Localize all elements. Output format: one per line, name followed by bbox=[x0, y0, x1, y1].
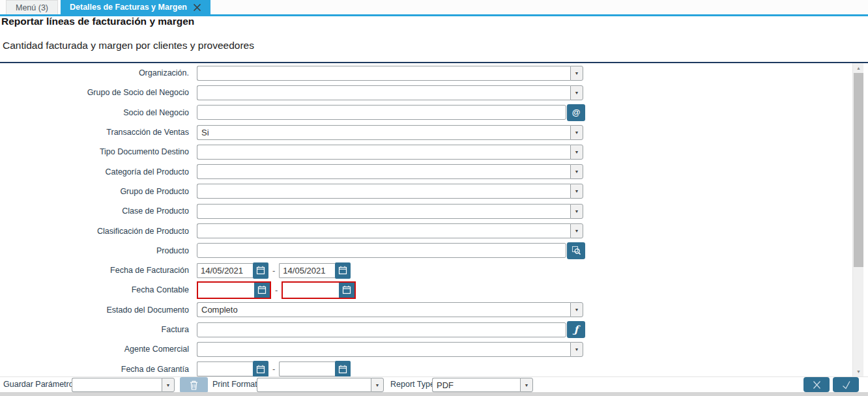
estado-documento-input[interactable] bbox=[197, 302, 570, 317]
print-format-input[interactable] bbox=[257, 378, 371, 392]
business-partner-search-button[interactable]: @ bbox=[567, 104, 585, 121]
transaccion-ventas-input[interactable] bbox=[197, 125, 570, 140]
report-type-label: Report Type bbox=[390, 380, 435, 389]
chevron-down-icon[interactable]: ▼ bbox=[570, 184, 583, 199]
chevron-down-icon[interactable]: ▼ bbox=[570, 164, 583, 179]
date-range-separator: - bbox=[272, 266, 275, 276]
grupo-socio-combo[interactable]: ▼ bbox=[197, 85, 583, 100]
field-label: Organización. bbox=[0, 68, 189, 78]
trash-icon bbox=[189, 380, 199, 391]
tab-detalles-facturas[interactable]: Detalles de Facturas y Margen bbox=[61, 0, 210, 14]
print-format-combo[interactable]: ▼ bbox=[257, 378, 384, 392]
cancel-button[interactable] bbox=[803, 377, 830, 392]
calendar-button[interactable] bbox=[335, 361, 351, 376]
tipo-documento-combo[interactable]: ▼ bbox=[197, 145, 583, 160]
row-grupo-producto: Grupo de Producto ▼ bbox=[0, 182, 847, 201]
row-fecha-facturacion: Fecha de Facturación - bbox=[0, 261, 847, 280]
save-parameter-combo[interactable]: ▼ bbox=[72, 378, 175, 392]
calendar-icon bbox=[257, 285, 267, 294]
chevron-down-icon[interactable]: ▼ bbox=[570, 66, 583, 81]
categoria-producto-combo[interactable]: ▼ bbox=[197, 164, 583, 179]
clase-producto-combo[interactable]: ▼ bbox=[197, 204, 583, 219]
save-parameter-label: Guardar Parámetro bbox=[3, 380, 74, 389]
agente-comercial-input[interactable] bbox=[197, 342, 570, 357]
parameter-form: Organización. ▼ Grupo de Socio del Negoc… bbox=[0, 63, 847, 376]
vertical-scrollbar[interactable]: ▲ ▼ bbox=[852, 63, 863, 376]
cancel-x-icon bbox=[811, 380, 822, 390]
calendar-icon bbox=[256, 266, 265, 275]
calendar-button[interactable] bbox=[335, 262, 351, 279]
fecha-contable-hasta-input[interactable] bbox=[283, 283, 339, 298]
grupo-socio-input[interactable] bbox=[197, 85, 570, 100]
close-tab-icon[interactable] bbox=[193, 3, 201, 12]
fecha-facturacion-desde-input[interactable] bbox=[197, 263, 253, 278]
row-estado-documento: Estado del Documento ▼ bbox=[0, 300, 847, 320]
organizacion-combo[interactable]: ▼ bbox=[197, 66, 583, 81]
chevron-down-icon[interactable]: ▼ bbox=[570, 342, 583, 357]
categoria-producto-input[interactable] bbox=[197, 164, 570, 179]
calendar-button[interactable] bbox=[253, 361, 268, 376]
chevron-down-icon[interactable]: ▼ bbox=[520, 378, 533, 392]
chevron-down-icon[interactable]: ▼ bbox=[570, 302, 583, 317]
invoice-search-button[interactable]: ƒ bbox=[567, 321, 585, 338]
business-partner-icon: @ bbox=[572, 107, 581, 117]
field-label: Producto bbox=[0, 246, 189, 255]
calendar-icon bbox=[256, 365, 265, 374]
chevron-down-icon[interactable]: ▼ bbox=[570, 125, 583, 140]
calendar-button[interactable] bbox=[253, 262, 268, 279]
product-search-button[interactable] bbox=[567, 242, 585, 259]
field-label: Categoría del Producto bbox=[0, 167, 189, 177]
chevron-down-icon[interactable]: ▼ bbox=[570, 204, 583, 219]
row-organizacion: Organización. ▼ bbox=[0, 63, 847, 83]
delete-parameter-button[interactable] bbox=[180, 377, 208, 393]
window-bottom-strip bbox=[0, 392, 868, 396]
chevron-down-icon[interactable]: ▼ bbox=[570, 145, 583, 160]
clasificacion-producto-input[interactable] bbox=[197, 223, 570, 238]
producto-input[interactable] bbox=[197, 243, 566, 258]
chevron-down-icon[interactable]: ▼ bbox=[162, 378, 175, 392]
clase-producto-input[interactable] bbox=[197, 204, 570, 219]
agente-comercial-combo[interactable]: ▼ bbox=[197, 342, 583, 357]
fecha-garantia-hasta bbox=[279, 361, 351, 376]
fecha-garantia-desde-input[interactable] bbox=[197, 361, 253, 376]
row-transaccion-ventas: Transacción de Ventas ▼ bbox=[0, 122, 847, 142]
estado-documento-combo[interactable]: ▼ bbox=[197, 302, 583, 317]
field-label: Fecha de Facturación bbox=[0, 266, 189, 275]
tab-menu[interactable]: Menú (3) bbox=[6, 0, 58, 14]
fecha-facturacion-hasta bbox=[279, 262, 351, 279]
fecha-contable-desde bbox=[197, 281, 271, 299]
clasificacion-producto-combo[interactable]: ▼ bbox=[197, 223, 583, 238]
field-label: Transacción de Ventas bbox=[0, 128, 189, 137]
page-subtitle: Cantidad facturada y margen por clientes… bbox=[3, 40, 254, 51]
report-type-input[interactable] bbox=[432, 378, 520, 392]
report-parameter-window: Menú (3) Detalles de Facturas y Margen R… bbox=[0, 0, 868, 396]
product-search-icon bbox=[571, 246, 581, 255]
scrollbar-thumb[interactable] bbox=[854, 73, 863, 267]
fecha-contable-desde-input[interactable] bbox=[198, 283, 254, 298]
row-fecha-contable: Fecha Contable - bbox=[0, 280, 847, 300]
tipo-documento-input[interactable] bbox=[197, 145, 570, 160]
chevron-down-icon[interactable]: ▼ bbox=[570, 223, 583, 238]
save-parameter-input[interactable] bbox=[72, 378, 162, 392]
calendar-button[interactable] bbox=[339, 283, 354, 298]
row-agente-comercial: Agente Comercial ▼ bbox=[0, 339, 847, 359]
ok-button[interactable] bbox=[833, 377, 859, 392]
invoice-icon: ƒ bbox=[574, 324, 578, 335]
grupo-producto-input[interactable] bbox=[197, 184, 570, 199]
report-type-combo[interactable]: ▼ bbox=[432, 378, 533, 392]
organizacion-input[interactable] bbox=[197, 66, 570, 81]
calendar-button[interactable] bbox=[254, 283, 270, 298]
factura-input[interactable] bbox=[197, 322, 566, 337]
grupo-producto-combo[interactable]: ▼ bbox=[197, 184, 583, 199]
date-range-separator: - bbox=[272, 364, 275, 374]
fecha-garantia-hasta-input[interactable] bbox=[279, 361, 335, 376]
fecha-facturacion-hasta-input[interactable] bbox=[279, 263, 335, 278]
socio-negocio-input[interactable] bbox=[197, 105, 566, 120]
print-format-label: Print Format bbox=[212, 380, 257, 389]
calendar-icon bbox=[342, 285, 351, 294]
chevron-down-icon[interactable]: ▼ bbox=[371, 378, 384, 392]
scroll-down-icon[interactable]: ▼ bbox=[853, 367, 864, 376]
transaccion-ventas-combo[interactable]: ▼ bbox=[197, 125, 583, 140]
chevron-down-icon[interactable]: ▼ bbox=[570, 85, 583, 100]
scroll-up-icon[interactable]: ▲ bbox=[853, 63, 864, 73]
